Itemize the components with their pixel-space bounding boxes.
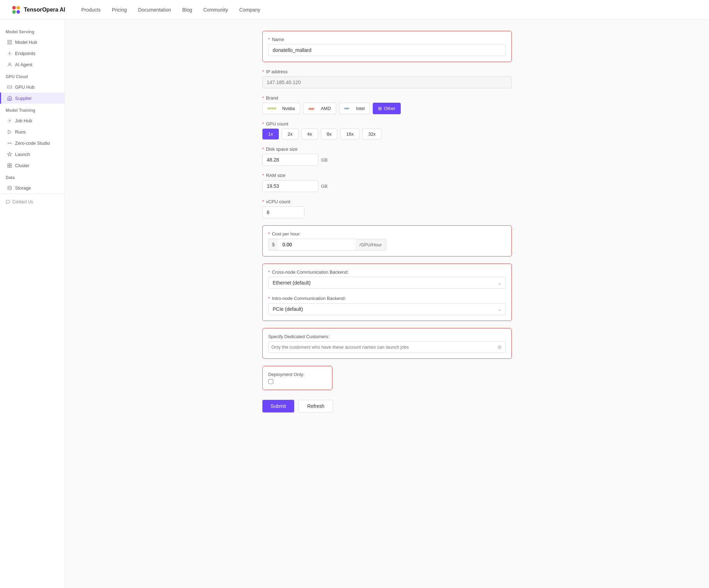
gpu-count-32x[interactable]: 32x [362, 129, 381, 139]
brand-nvidia-label: Nvidia [282, 106, 295, 111]
ram-label: * RAM size [262, 173, 512, 178]
svg-rect-22 [7, 166, 9, 167]
svg-point-2 [12, 10, 16, 14]
sidebar-label-launch: Launch [15, 152, 30, 157]
data-section-label: Data [0, 171, 64, 182]
sidebar-item-cluster[interactable]: Cluster [0, 160, 64, 171]
customers-label: Specify Dedicated Customers: [268, 334, 506, 339]
customers-input-wrapper: ⚙ [268, 341, 506, 353]
ram-input[interactable] [262, 180, 318, 192]
nav-pricing[interactable]: Pricing [112, 7, 127, 13]
cost-section: * Cost per hour: $ /GPU/Hour [262, 225, 512, 257]
sidebar-item-gpu-hub[interactable]: GPU Hub [0, 81, 64, 93]
contact-us-link[interactable]: Contact Us [6, 199, 59, 204]
ip-input[interactable] [262, 76, 512, 88]
sidebar-label-zero-code-studio: Zero-code Studio [15, 141, 50, 146]
cost-input[interactable] [278, 239, 355, 251]
sidebar-label-ai-agent: AI Agent [15, 62, 32, 67]
cross-node-select-wrapper: Ethernet (default) InfiniBand RoCE [268, 277, 506, 289]
sidebar-item-launch[interactable]: Launch [0, 149, 64, 160]
cost-row: $ /GPU/Hour [268, 239, 506, 251]
customers-group: Specify Dedicated Customers: ⚙ [268, 334, 506, 353]
svg-rect-20 [7, 163, 9, 165]
brand-btn-other[interactable]: ⊞ Other [373, 103, 401, 114]
disk-group: * Disk space size GB [262, 146, 512, 166]
body-layout: Model Serving Model Hub Endpoints [0, 20, 709, 588]
nav-documentation[interactable]: Documentation [138, 7, 171, 13]
brand-amd-label: AMD [321, 106, 331, 111]
svg-text:NVIDIA: NVIDIA [268, 107, 276, 110]
brand-other-label: Other [384, 106, 395, 111]
gpu-count-8x[interactable]: 8x [321, 129, 338, 139]
sidebar-item-storage[interactable]: Storage [0, 182, 64, 193]
vcpu-group: * vCPU count [262, 199, 512, 218]
gpu-count-1x[interactable]: 1x [262, 129, 279, 139]
svg-rect-7 [10, 42, 11, 44]
sidebar-label-gpu-hub: GPU Hub [15, 84, 35, 90]
sidebar-item-zero-code-studio[interactable]: Zero-code Studio [0, 137, 64, 149]
name-input[interactable] [268, 44, 506, 56]
sidebar-label-job-hub: Job Hub [15, 118, 32, 123]
brand-btn-amd[interactable]: AMD AMD [303, 103, 336, 114]
brand-btn-nvidia[interactable]: NVIDIA Nvidia [262, 103, 300, 114]
sidebar-label-endpoints: Endpoints [15, 51, 35, 56]
ai-agent-icon [7, 62, 12, 67]
nav-products[interactable]: Products [81, 7, 101, 13]
sidebar-item-model-hub[interactable]: Model Hub [0, 36, 64, 48]
submit-button[interactable]: Submit [262, 400, 295, 412]
customers-settings-icon[interactable]: ⚙ [497, 344, 502, 350]
header: TensorOpera AI Products Pricing Document… [0, 0, 709, 20]
deployment-checkbox-row [268, 379, 326, 384]
gpu-count-4x[interactable]: 4x [301, 129, 318, 139]
cost-label: * Cost per hour: [268, 231, 506, 237]
ip-label: * IP address [262, 69, 512, 74]
sidebar-item-ai-agent[interactable]: AI Agent [0, 59, 64, 70]
cost-group: * Cost per hour: $ /GPU/Hour [268, 231, 506, 251]
svg-marker-16 [8, 130, 11, 134]
customers-input[interactable] [269, 342, 505, 353]
gpu-count-buttons: 1x 2x 4x 8x 16x 32x [262, 129, 512, 139]
intro-node-label: * Intro-node Communication Backend: [268, 296, 506, 301]
nav-company[interactable]: Company [239, 7, 260, 13]
brand-group: * Brand NVIDIA Nvidia AMD AMD i [262, 95, 512, 114]
form-actions: Submit Refresh [262, 400, 512, 412]
deployment-checkbox[interactable] [268, 379, 273, 384]
refresh-button[interactable]: Refresh [298, 400, 333, 412]
sidebar-item-job-hub[interactable]: Job Hub [0, 115, 64, 126]
supplier-icon [7, 95, 12, 101]
disk-input[interactable] [262, 154, 318, 166]
gpu-count-2x[interactable]: 2x [282, 129, 298, 139]
brand-buttons: NVIDIA Nvidia AMD AMD intel Intel ⊞ [262, 103, 512, 114]
intro-node-select[interactable]: PCIe (default) NVLink NVSwitch [268, 303, 506, 315]
deployment-group: Deployment Only: [268, 372, 326, 384]
ram-unit: GB [321, 184, 328, 189]
cross-node-select[interactable]: Ethernet (default) InfiniBand RoCE [268, 277, 506, 289]
form-container: * Name * IP address [254, 20, 520, 424]
disk-input-row: GB [262, 154, 512, 166]
name-label: * Name [268, 37, 506, 42]
main-nav: Products Pricing Documentation Blog Comm… [81, 7, 260, 13]
svg-point-18 [11, 143, 12, 144]
sidebar-item-supplier[interactable]: Supplier [0, 93, 64, 104]
storage-icon [7, 185, 12, 191]
svg-text:AMD: AMD [308, 107, 315, 110]
model-training-section-label: Model Training [0, 104, 64, 115]
vcpu-input[interactable] [262, 206, 304, 218]
app-layout: TensorOpera AI Products Pricing Document… [0, 0, 709, 588]
gpu-count-16x[interactable]: 16x [340, 129, 359, 139]
sidebar-item-endpoints[interactable]: Endpoints [0, 48, 64, 59]
svg-point-17 [8, 143, 9, 144]
sidebar-item-runs[interactable]: Runs [0, 126, 64, 137]
brand-btn-intel[interactable]: intel Intel [339, 103, 370, 114]
sidebar: Model Serving Model Hub Endpoints [0, 20, 65, 588]
logo-icon [11, 5, 21, 15]
svg-point-1 [16, 6, 20, 9]
nav-community[interactable]: Community [203, 7, 228, 13]
nav-blog[interactable]: Blog [182, 7, 192, 13]
customers-section: Specify Dedicated Customers: ⚙ [262, 328, 512, 359]
model-hub-icon [7, 39, 12, 45]
job-hub-icon [7, 118, 12, 123]
other-icon: ⊞ [378, 106, 382, 111]
svg-point-15 [9, 120, 10, 121]
sidebar-label-runs: Runs [15, 129, 26, 135]
